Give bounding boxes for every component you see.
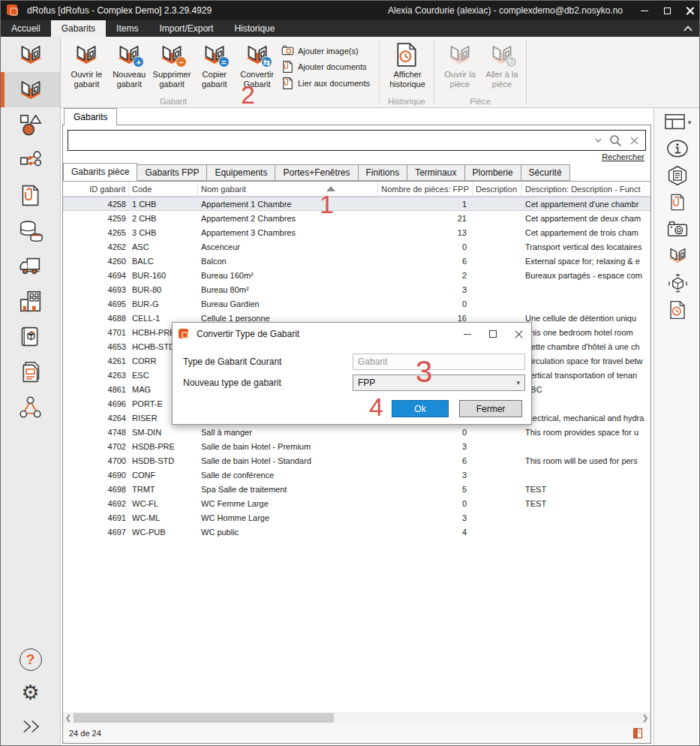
maximize-button[interactable] <box>656 1 678 20</box>
search-input[interactable] <box>68 131 595 150</box>
document-tab-gabarits[interactable]: Gabarits <box>64 108 117 125</box>
sidebar-item-relations[interactable] <box>1 390 60 425</box>
table-row[interactable]: 4260 BALC Balcon 6 External space for; r… <box>63 254 650 268</box>
table-row[interactable]: 4694 BUR-160 Bureau 160m² 2 Bureaux part… <box>63 268 650 282</box>
status-bar: 24 de 24 <box>63 723 650 743</box>
search-icon[interactable] <box>609 134 622 147</box>
open-room-button[interactable]: Ouvrir la pièce <box>439 40 481 89</box>
sidebar-item-systems[interactable] <box>1 143 60 178</box>
delete-template-button[interactable]: − Supprimer gabarit <box>151 40 194 90</box>
tab-gabarits-piece[interactable]: Gabarits pièce <box>63 163 137 181</box>
collapse-ribbon-button[interactable] <box>675 20 700 37</box>
cell-id: 4263 <box>63 371 129 380</box>
new-type-select[interactable]: FPP ▾ <box>353 375 525 391</box>
minimize-button[interactable] <box>633 1 656 20</box>
sidebar-item-rooms[interactable] <box>1 37 60 72</box>
menu-import-export[interactable]: Import/Export <box>149 20 224 37</box>
table-row[interactable]: 4697 WC-PUB WC public 4 <box>63 525 650 539</box>
menu-items[interactable]: Items <box>106 20 149 37</box>
ribbon-separator <box>526 40 527 104</box>
table-row[interactable]: 4265 3 CHB Appartement 3 Chambres 13 Cet… <box>63 225 650 239</box>
expand-sidebar-button[interactable] <box>20 715 42 738</box>
col-description-funct[interactable]: Description: Description - Funct <box>522 182 650 196</box>
table-row[interactable]: 4698 TRMT Spa Salle de traitement 5 TEST <box>63 482 650 496</box>
col-description[interactable]: Description <box>473 182 522 196</box>
book-icon[interactable] <box>631 726 644 740</box>
info-button[interactable] <box>665 138 689 159</box>
show-history-button[interactable]: Afficher historique <box>385 40 430 89</box>
table-row[interactable]: 4262 ASC Ascenceur 0 Transport vertical … <box>63 239 650 254</box>
sidebar-item-buildings[interactable] <box>1 284 60 319</box>
table-row[interactable]: 4690 CONF Salle de conférence 3 <box>63 468 650 482</box>
sidebar-item-logistics[interactable] <box>1 248 60 284</box>
table-row[interactable]: 4748 SM-DIN Sall à manger 0 This room pr… <box>63 425 650 439</box>
link-documents-button[interactable]: Lier aux documents <box>281 77 370 90</box>
table-row[interactable]: 4702 HSDB-PRE Salle de bain Hotel - Prem… <box>63 439 650 453</box>
horizontal-scrollbar[interactable]: ❮ ❯ <box>63 712 650 723</box>
sidebar-item-templates[interactable] <box>1 72 60 107</box>
tab-portes-fenetres[interactable]: Portes+Fenêtres <box>275 164 358 181</box>
cell-id: 4262 <box>63 242 129 251</box>
annotation-1: 1 <box>320 191 334 217</box>
clear-search-icon[interactable] <box>629 136 639 146</box>
room-view-button[interactable] <box>667 245 689 266</box>
model-3d-button[interactable] <box>667 272 689 293</box>
search-link[interactable]: Rechercher <box>602 152 644 161</box>
equals-badge-icon: = <box>218 56 230 68</box>
sidebar-item-products[interactable] <box>1 319 60 354</box>
tab-finitions[interactable]: Finitions <box>359 164 408 181</box>
chevron-down-icon[interactable] <box>595 138 602 143</box>
scroll-right-icon[interactable]: ❯ <box>640 712 650 723</box>
log-button[interactable] <box>668 299 687 320</box>
tab-gabarits-fpp[interactable]: Gabarits FPP <box>137 164 207 181</box>
cell-description-funct: Cet appartement de deux cham <box>522 214 650 223</box>
add-images-button[interactable]: Ajouter image(s) <box>281 44 370 57</box>
classification-button[interactable] <box>666 165 689 186</box>
table-row[interactable]: 4691 WC-ML WC Homme Large 3 <box>63 510 650 525</box>
col-nom-gabarit[interactable]: Nom gabarit <box>198 182 378 196</box>
tab-equipements[interactable]: Equipements <box>207 164 275 181</box>
dialog-maximize-button[interactable] <box>480 323 506 345</box>
sidebar-item-data[interactable] <box>1 213 60 248</box>
copy-template-button[interactable]: = Copier gabarit <box>193 40 236 90</box>
new-template-button[interactable]: + Nouveau gabarit <box>108 40 151 90</box>
close-button[interactable] <box>678 1 700 20</box>
scrollbar-thumb[interactable] <box>74 713 334 723</box>
images-button[interactable] <box>666 218 689 239</box>
chevron-down-icon: ▾ <box>688 119 692 126</box>
tab-securite[interactable]: Sécurité <box>521 164 570 181</box>
goto-room-button[interactable]: ↻ Aller à la pièce <box>481 40 523 89</box>
table-row[interactable]: 4259 2 CHB Appartement 2 Chambres 21 Cet… <box>63 211 650 225</box>
dialog-minimize-button[interactable] <box>455 323 480 345</box>
add-documents-button[interactable]: Ajouter documents <box>281 60 370 74</box>
table-row[interactable]: 4695 BUR-G Bureau Gardien 0 <box>63 296 650 311</box>
col-id-gabarit[interactable]: ID gabarit <box>63 182 129 196</box>
cell-nombre: 5 <box>378 485 473 494</box>
table-row[interactable]: 4692 WC-FL WC Femme Large 0 TEST <box>63 496 650 510</box>
help-button[interactable]: ? <box>20 648 42 671</box>
menu-gabarits[interactable]: Gabarits <box>51 20 106 37</box>
sidebar-item-reports[interactable] <box>1 354 60 390</box>
tab-terminaux[interactable]: Terminaux <box>407 164 464 181</box>
table-row[interactable]: 4700 HSDB-STD Salle de bain Hotel - Stan… <box>63 453 650 468</box>
cell-nombre: 13 <box>378 228 473 237</box>
cell-nom: Appartement 3 Chambres <box>198 228 378 237</box>
ok-button[interactable]: Ok <box>392 400 449 417</box>
menu-historique[interactable]: Historique <box>224 20 285 37</box>
panel-layout-button[interactable]: ▾ <box>664 113 692 132</box>
col-code[interactable]: Code <box>129 182 198 196</box>
table-row[interactable]: 4693 BUR-80 Bureau 80m² 3 <box>63 282 650 296</box>
attachments-button[interactable] <box>668 192 687 212</box>
dialog-close-button[interactable] <box>506 323 531 345</box>
tab-plomberie[interactable]: Plomberie <box>465 164 521 181</box>
ribbon: Ouvrir le gabarit + Nouveau gabarit − Su… <box>61 37 700 108</box>
sidebar-item-items[interactable] <box>1 107 60 143</box>
scroll-left-icon[interactable]: ❮ <box>63 712 74 723</box>
fermer-button[interactable]: Fermer <box>459 400 522 417</box>
open-template-button[interactable]: Ouvrir le gabarit <box>65 40 108 90</box>
table-row[interactable]: 4258 1 CHB Appartement 1 Chambre 1 Cet a… <box>63 197 650 211</box>
menu-accueil[interactable]: Accueil <box>1 20 51 37</box>
col-nombre-pieces[interactable]: Nombre de pièces: FPP <box>378 182 473 196</box>
settings-button[interactable]: ⚙ <box>21 683 39 703</box>
sidebar-item-documents[interactable] <box>1 178 60 213</box>
